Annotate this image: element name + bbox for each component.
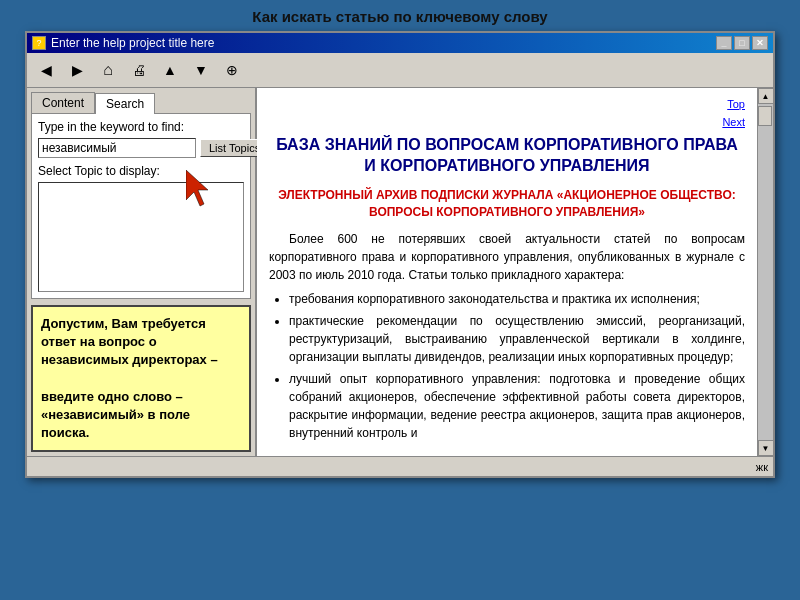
close-button[interactable]: ✕: [752, 36, 768, 50]
tab-search[interactable]: Search: [95, 93, 155, 114]
window-icon: ?: [32, 36, 46, 50]
status-text: жк: [756, 461, 768, 473]
content-header: БАЗА ЗНАНИЙ ПО ВОПРОСАМ КОРПОРАТИВНОГО П…: [269, 135, 745, 177]
scroll-down-button[interactable]: ▼: [758, 440, 774, 456]
tab-content[interactable]: Content: [31, 92, 95, 113]
page-title: Как искать статью по ключевому слову: [0, 8, 800, 25]
help-window: ? Enter the help project title here _ □ …: [25, 31, 775, 478]
status-bar: жк: [27, 456, 773, 476]
next-link[interactable]: Next: [269, 114, 745, 132]
tooltip-text-2: введите одно слово – «независимый» в пол…: [41, 389, 190, 440]
keyword-label: Type in the keyword to find:: [38, 120, 244, 134]
maximize-button[interactable]: □: [734, 36, 750, 50]
search-button[interactable]: ⊕: [218, 56, 246, 84]
forward-button[interactable]: ▶: [63, 56, 91, 84]
body-intro: Более 600 не потерявших своей актуальнос…: [269, 230, 745, 284]
list-item: практические рекомендации по осуществлен…: [289, 312, 745, 366]
content-body: Более 600 не потерявших своей актуальнос…: [269, 230, 745, 442]
content-subheader: ЭЛЕКТРОННЫЙ АРХИВ ПОДПИСКИ ЖУРНАЛА «АКЦИ…: [269, 187, 745, 221]
scroll-up-button[interactable]: ▲: [758, 88, 774, 104]
toolbar: ◀ ▶ ⌂ 🖨 ▲ ▼ ⊕: [27, 53, 773, 88]
tooltip-text: Допустим, Вам требуется ответ на вопрос …: [41, 316, 218, 367]
right-scrollbar: ▲ ▼: [757, 88, 773, 456]
title-bar-left: ? Enter the help project title here: [32, 36, 214, 50]
window-title: Enter the help project title here: [51, 36, 214, 50]
tooltip-box: Допустим, Вам требуется ответ на вопрос …: [31, 305, 251, 452]
keyword-input[interactable]: [38, 138, 196, 158]
print-button[interactable]: 🖨: [125, 56, 153, 84]
top-links: Top Next: [269, 96, 745, 131]
list-item: требования корпоративного законодательст…: [289, 290, 745, 308]
top-link[interactable]: Top: [269, 96, 745, 114]
minimize-button[interactable]: _: [716, 36, 732, 50]
right-panel: Top Next БАЗА ЗНАНИЙ ПО ВОПРОСАМ КОРПОРА…: [257, 88, 757, 456]
scroll-thumb[interactable]: [758, 106, 772, 126]
list-item: лучший опыт корпоративного управления: п…: [289, 370, 745, 442]
select-topic-label: Select Topic to display:: [38, 164, 244, 178]
title-bar: ? Enter the help project title here _ □ …: [27, 33, 773, 53]
title-bar-buttons: _ □ ✕: [716, 36, 768, 50]
search-panel: Type in the keyword to find: List Topics…: [31, 113, 251, 299]
home-button[interactable]: ⌂: [94, 56, 122, 84]
up-button[interactable]: ▲: [156, 56, 184, 84]
topics-list[interactable]: [38, 182, 244, 292]
content-wrapper: Content Search Type in the keyword to fi…: [27, 88, 773, 456]
tabs-row: Content Search: [27, 88, 255, 113]
body-list: требования корпоративного законодательст…: [289, 290, 745, 442]
down-button[interactable]: ▼: [187, 56, 215, 84]
back-button[interactable]: ◀: [32, 56, 60, 84]
left-panel: Content Search Type in the keyword to fi…: [27, 88, 257, 456]
scrollbar-track[interactable]: [758, 104, 774, 440]
search-row: List Topics: [38, 138, 244, 158]
right-content-area: Top Next БАЗА ЗНАНИЙ ПО ВОПРОСАМ КОРПОРА…: [257, 88, 773, 456]
